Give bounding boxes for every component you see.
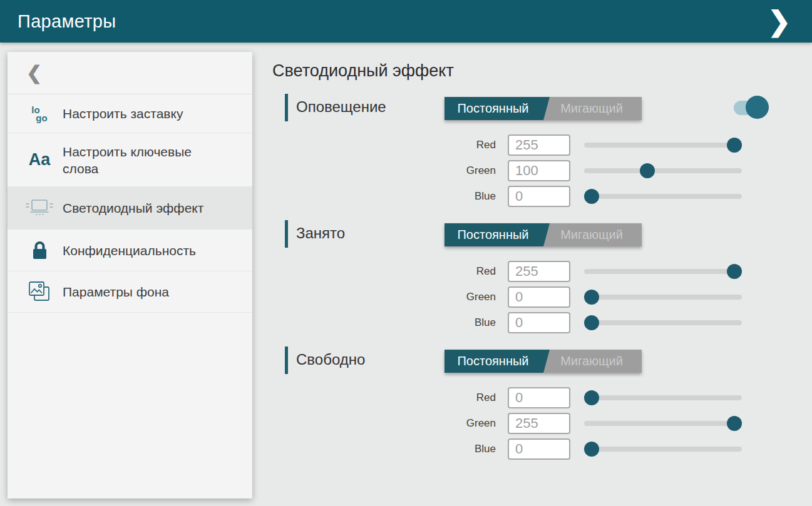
green-slider[interactable]	[584, 163, 742, 178]
mode-segmented-control: Постоянный Мигающий	[445, 223, 642, 246]
green-label: Green	[272, 417, 496, 430]
slider-thumb[interactable]	[584, 390, 599, 405]
slider-track	[584, 295, 742, 300]
blue-row: Blue	[272, 311, 779, 334]
sidebar-item-label: Конфиденциальность	[63, 242, 219, 259]
green-label: Green	[272, 164, 496, 177]
red-slider[interactable]	[584, 138, 742, 153]
green-slider[interactable]	[584, 416, 742, 431]
logo-icon: lo go	[23, 106, 56, 122]
sidebar-item-keywords[interactable]: Aa Настроить ключевые слова	[8, 133, 252, 187]
slider-track	[584, 194, 742, 199]
mode-blinking-button[interactable]: Мигающий	[542, 97, 642, 120]
section-accent-bar	[285, 220, 288, 248]
green-value-input[interactable]	[508, 286, 570, 308]
sidebar-item-screensaver[interactable]: lo go Настроить заставку	[8, 94, 252, 133]
red-label: Red	[272, 392, 496, 404]
green-label: Green	[272, 291, 496, 303]
blue-row: Blue	[272, 185, 779, 208]
slider-track	[584, 395, 742, 400]
slider-track	[584, 168, 742, 173]
slider-thumb[interactable]	[584, 442, 599, 457]
sidebar-item-label: Настроить заставку	[63, 105, 219, 122]
mode-constant-button[interactable]: Постоянный	[445, 97, 542, 120]
blue-slider[interactable]	[584, 189, 742, 204]
chevron-left-icon: ❮	[26, 62, 42, 84]
section-accent-bar	[285, 94, 288, 121]
green-value-input[interactable]	[508, 160, 570, 181]
content-title: Светодиодный эффект	[272, 61, 454, 81]
section-accent-bar	[285, 347, 288, 374]
background-images-icon	[23, 281, 56, 303]
red-row: Red	[272, 134, 779, 156]
slider-thumb[interactable]	[727, 264, 742, 279]
section-alert: Оповещение Постоянный Мигающий Red Green…	[272, 93, 779, 218]
back-button[interactable]: ❮	[8, 52, 252, 94]
red-value-input[interactable]	[508, 134, 570, 156]
mode-constant-button[interactable]: Постоянный	[445, 350, 542, 373]
sidebar-item-privacy[interactable]: Конфиденциальность	[8, 230, 252, 271]
section-label: Занято	[296, 219, 345, 248]
red-label: Red	[272, 265, 496, 278]
slider-track	[584, 320, 742, 325]
slider-thumb[interactable]	[727, 416, 742, 431]
slider-track	[584, 421, 742, 426]
section-free: Свободно Постоянный Мигающий Red Green B…	[272, 345, 779, 470]
slider-thumb[interactable]	[584, 290, 599, 305]
blue-label: Blue	[272, 190, 496, 203]
green-slider[interactable]	[584, 290, 742, 305]
sidebar-item-label: Настроить ключевые слова	[63, 143, 219, 177]
chevron-right-icon[interactable]: ❯	[768, 0, 794, 43]
green-value-input[interactable]	[508, 413, 570, 434]
green-row: Green	[272, 286, 779, 308]
slider-thumb[interactable]	[640, 163, 655, 178]
blue-row: Blue	[272, 438, 779, 460]
blue-label: Blue	[272, 316, 496, 329]
mode-blinking-button[interactable]: Мигающий	[542, 350, 642, 373]
keywords-icon: Aa	[23, 150, 56, 170]
mode-segmented-control: Постоянный Мигающий	[445, 97, 642, 120]
red-slider[interactable]	[584, 390, 742, 405]
lock-icon	[23, 241, 56, 260]
mode-blinking-button[interactable]: Мигающий	[542, 223, 642, 246]
page-title: Параметры	[18, 11, 116, 32]
slider-thumb[interactable]	[584, 315, 599, 330]
red-value-input[interactable]	[508, 387, 570, 408]
sidebar-item-led-effect[interactable]: Светодиодный эффект	[8, 187, 252, 230]
green-row: Green	[272, 412, 779, 435]
section-label: Свободно	[296, 345, 365, 374]
red-row: Red	[272, 260, 779, 283]
slider-track	[584, 447, 742, 452]
blue-value-input[interactable]	[508, 312, 570, 333]
alert-led-toggle[interactable]	[734, 96, 769, 119]
red-label: Red	[272, 139, 496, 151]
red-slider[interactable]	[584, 264, 742, 279]
slider-track	[584, 269, 742, 274]
red-row: Red	[272, 387, 779, 409]
blue-slider[interactable]	[584, 315, 742, 330]
sidebar-item-label: Параметры фона	[63, 283, 219, 300]
settings-sidebar: ❮ lo go Настроить заставку Aa Настроить …	[8, 52, 252, 498]
sidebar-item-label: Светодиодный эффект	[63, 200, 219, 216]
led-screen-icon	[23, 199, 56, 218]
slider-thumb[interactable]	[584, 189, 599, 204]
app-header: Параметры ❯	[0, 0, 812, 43]
blue-label: Blue	[272, 443, 496, 455]
mode-constant-button[interactable]: Постоянный	[445, 223, 542, 246]
section-busy: Занято Постоянный Мигающий Red Green Blu…	[272, 219, 779, 344]
sidebar-item-background[interactable]: Параметры фона	[8, 271, 252, 313]
slider-track	[584, 143, 742, 148]
blue-value-input[interactable]	[508, 438, 570, 460]
slider-thumb[interactable]	[727, 138, 742, 153]
mode-segmented-control: Постоянный Мигающий	[445, 350, 642, 373]
blue-value-input[interactable]	[508, 186, 570, 207]
toggle-thumb[interactable]	[746, 96, 769, 119]
green-row: Green	[272, 159, 779, 182]
section-label: Оповещение	[296, 93, 386, 121]
blue-slider[interactable]	[584, 442, 742, 457]
red-value-input[interactable]	[508, 261, 570, 282]
